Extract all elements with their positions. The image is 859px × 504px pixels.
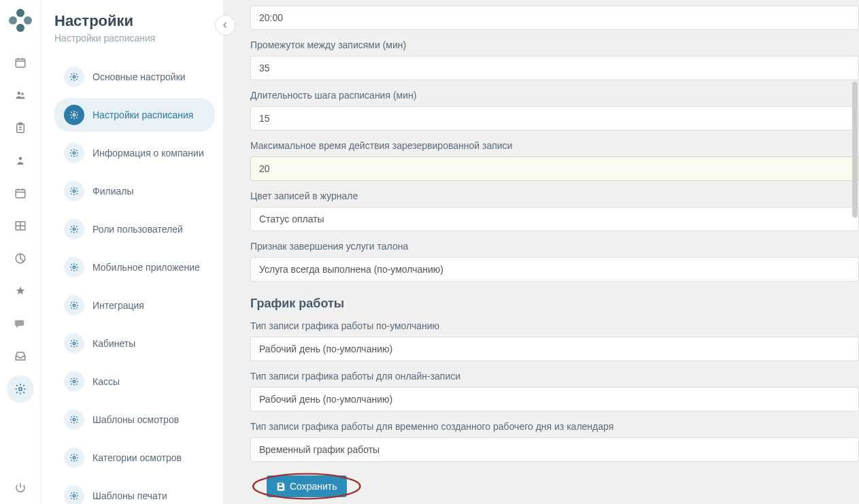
sidebar-item-company[interactable]: Информация о компании [54, 136, 215, 170]
sidebar-item-print-templates[interactable]: Шаблоны печати [54, 479, 215, 504]
rail-chart-icon[interactable] [7, 245, 34, 272]
sidebar-item-label: Роли пользователей [92, 223, 183, 235]
worktype-default-label: Тип записи графика работы по-умолчанию [250, 320, 859, 331]
service-done-select[interactable] [250, 257, 859, 282]
svg-point-21 [73, 342, 75, 345]
svg-point-19 [73, 266, 75, 269]
svg-point-15 [73, 114, 75, 116]
svg-point-16 [73, 152, 75, 154]
svg-point-1 [24, 16, 32, 24]
section-worktime-title: График работы [250, 297, 859, 311]
gear-icon [64, 409, 84, 430]
sidebar-item-label: Основные настройки [92, 71, 186, 83]
save-button[interactable]: Сохранить [267, 475, 347, 497]
svg-point-6 [21, 93, 24, 95]
step-input[interactable] [250, 106, 859, 131]
rail-users-icon[interactable] [7, 82, 34, 109]
sidebar-item-mobile[interactable]: Мобильное приложение [54, 250, 215, 284]
page-subtitle: Настройки расписания [54, 33, 215, 44]
sidebar-item-schedule[interactable]: Настройки расписания [54, 98, 215, 132]
time-end-input[interactable] [250, 5, 859, 30]
rail-calendar-icon[interactable] [7, 49, 34, 76]
sidebar-item-roles[interactable]: Роли пользователей [54, 212, 215, 246]
sidebar-item-general[interactable]: Основные настройки [54, 60, 215, 94]
app-logo [8, 8, 33, 33]
gear-icon [64, 448, 84, 468]
step-label: Длительность шага расписания (мин) [250, 90, 859, 101]
rail-settings-icon[interactable] [7, 375, 34, 403]
svg-point-3 [9, 16, 17, 24]
sidebar-item-exam-categories[interactable]: Категории осмотров [54, 441, 215, 475]
worktype-online-select[interactable] [250, 387, 859, 411]
rail-person-icon[interactable] [7, 147, 34, 174]
gear-icon [64, 219, 84, 239]
rail-grid-icon[interactable] [7, 212, 34, 239]
svg-point-9 [18, 157, 22, 161]
icon-rail [0, 0, 41, 504]
gear-icon [64, 486, 84, 504]
gear-icon [64, 257, 84, 278]
rail-chat-icon[interactable] [7, 310, 34, 337]
svg-point-14 [73, 75, 75, 78]
save-annotation: Сохранить [250, 471, 363, 501]
svg-point-0 [16, 9, 24, 17]
svg-point-20 [73, 304, 75, 307]
max-reserve-label: Максимальное время действия зарезервиров… [250, 140, 859, 151]
rail-inbox-icon[interactable] [7, 343, 34, 370]
svg-point-22 [73, 380, 75, 383]
gear-icon [64, 67, 84, 87]
page-title: Настройки [54, 12, 215, 30]
worktype-temp-label: Тип записи графика работы для временно с… [250, 421, 859, 432]
svg-rect-4 [16, 59, 25, 67]
sidebar-item-label: Интеграция [92, 299, 144, 312]
sidebar-item-label: Филиалы [92, 185, 133, 197]
svg-point-18 [73, 228, 75, 231]
sidebar-item-exam-templates[interactable]: Шаблоны осмотров [54, 403, 215, 437]
service-done-label: Признак завершения услуги талона [250, 241, 859, 252]
gear-icon [64, 143, 84, 163]
journal-color-label: Цвет записей в журнале [250, 190, 859, 201]
rail-schedule-icon[interactable] [7, 180, 34, 207]
sidebar-item-label: Настройки расписания [92, 109, 193, 121]
gear-icon [64, 371, 84, 392]
save-icon [276, 482, 286, 491]
sidebar-item-cash[interactable]: Кассы [54, 365, 215, 399]
interval-input[interactable] [250, 56, 859, 80]
sidebar-item-label: Информация о компании [92, 147, 204, 159]
sidebar-item-label: Кабинеты [92, 337, 135, 350]
max-reserve-input[interactable] [250, 156, 859, 181]
worktype-default-select[interactable] [250, 337, 859, 361]
settings-sidebar: Настройки Настройки расписания Основные … [41, 0, 223, 504]
collapse-sidebar-button[interactable] [215, 15, 235, 35]
gear-icon [64, 181, 84, 201]
svg-point-25 [73, 494, 75, 497]
svg-point-13 [18, 388, 22, 391]
scrollbar[interactable] [852, 0, 858, 504]
main-content: Промежуток между записями (мин) Длительн… [223, 0, 859, 504]
rail-clipboard-icon[interactable] [7, 114, 34, 141]
svg-point-23 [73, 418, 75, 421]
sidebar-item-label: Кассы [92, 375, 120, 388]
sidebar-item-label: Шаблоны печати [92, 490, 167, 502]
svg-point-17 [73, 190, 75, 192]
svg-point-24 [73, 456, 75, 459]
interval-label: Промежуток между записями (мин) [250, 39, 859, 50]
sidebar-item-label: Категории осмотров [92, 452, 182, 464]
sidebar-item-integration[interactable]: Интеграция [54, 288, 215, 322]
svg-rect-10 [16, 190, 25, 198]
rail-star-icon[interactable] [7, 278, 34, 305]
sidebar-item-cabinets[interactable]: Кабинеты [54, 326, 215, 360]
svg-point-2 [16, 24, 24, 32]
worktype-temp-select[interactable] [250, 437, 859, 462]
gear-icon [64, 105, 84, 125]
save-button-label: Сохранить [290, 481, 337, 492]
svg-point-5 [17, 92, 20, 95]
rail-power-icon[interactable] [7, 474, 34, 501]
worktype-online-label: Тип записи графика работы для онлайн-зап… [250, 371, 859, 382]
gear-icon [64, 333, 84, 354]
sidebar-item-label: Мобильное приложение [92, 261, 200, 273]
journal-color-select[interactable] [250, 207, 859, 231]
sidebar-item-label: Шаблоны осмотров [92, 414, 179, 426]
sidebar-item-branches[interactable]: Филиалы [54, 174, 215, 208]
gear-icon [64, 295, 84, 316]
